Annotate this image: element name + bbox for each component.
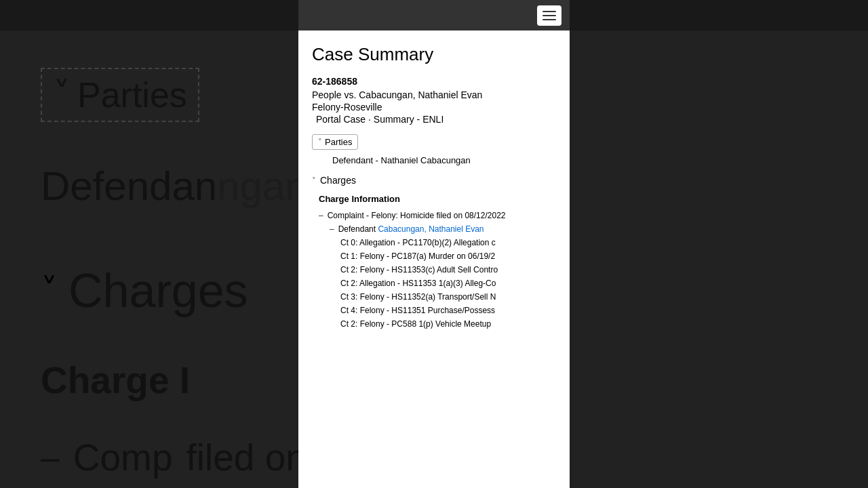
parties-section-header: ˅ Parties [312, 134, 556, 150]
charge-info-title: Charge Information [319, 194, 556, 204]
charge-item-6: Ct 3: Felony - HS11352(a) Transport/Sell… [340, 292, 556, 302]
case-summary-title: Case Summary [312, 44, 556, 65]
portal-line: Portal Case · Summary - ENLI [312, 114, 556, 125]
charge-info-section: Charge Information – Complaint - Felony:… [319, 194, 556, 329]
dash-1: – [330, 224, 334, 234]
charge-text-1: Defendant Cabacungan, Nathaniel Evan [338, 224, 484, 234]
overlay: Case Summary 62-186858 People vs. Cabacu… [0, 0, 868, 488]
case-type: Felony-Roseville [312, 102, 556, 113]
menu-button[interactable] [537, 5, 561, 26]
modal-header-bar [298, 0, 570, 30]
dash-0: – [319, 211, 323, 220]
charges-label: Charges [320, 175, 356, 186]
charges-chevron-icon: ˅ [312, 176, 316, 185]
charge-item-3: Ct 1: Felony - PC187(a) Murder on 06/19/… [340, 251, 556, 261]
charge-text-6: Ct 3: Felony - HS11352(a) Transport/Sell… [340, 292, 496, 302]
charge-text-5: Ct 2: Allegation - HS11353 1(a)(3) Alleg… [340, 279, 496, 288]
charge-item-8: Ct 2: Felony - PC588 1(p) Vehicle Meetup [340, 319, 556, 329]
charge-item-5: Ct 2: Allegation - HS11353 1(a)(3) Alleg… [340, 279, 556, 288]
parties-label: Parties [325, 137, 352, 147]
defendant-link[interactable]: Cabacungan, Nathaniel Evan [378, 224, 484, 234]
menu-bar-2 [542, 15, 556, 16]
charge-item-0: – Complaint - Felony: Homicide filed on … [319, 211, 556, 220]
defendant-row: Defendant - Nathaniel Cabacungan [332, 155, 556, 165]
charge-text-3: Ct 1: Felony - PC187(a) Murder on 06/19/… [340, 251, 495, 261]
menu-bar-3 [542, 19, 556, 20]
menu-bar-1 [542, 11, 556, 12]
charge-item-1: – Defendant Cabacungan, Nathaniel Evan [330, 224, 556, 234]
parties-badge[interactable]: ˅ Parties [312, 134, 358, 150]
case-name: People vs. Cabacungan, Nathaniel Evan [312, 89, 556, 100]
charges-header[interactable]: ˅ Charges [312, 175, 556, 186]
charge-text-7: Ct 4: Felony - HS11351 Purchase/Possess [340, 306, 495, 315]
charge-item-2: Ct 0: Allegation - PC1170(b)(2) Allegati… [340, 238, 556, 247]
modal-body: Case Summary 62-186858 People vs. Cabacu… [298, 30, 570, 346]
charge-item-7: Ct 4: Felony - HS11351 Purchase/Possess [340, 306, 556, 315]
modal: Case Summary 62-186858 People vs. Cabacu… [298, 0, 570, 488]
charge-item-4: Ct 2: Felony - HS11353(c) Adult Sell Con… [340, 265, 556, 274]
charge-text-0: Complaint - Felony: Homicide filed on 08… [328, 211, 506, 220]
case-number: 62-186858 [312, 76, 556, 87]
parties-chevron-icon: ˅ [318, 138, 322, 146]
charge-text-8: Ct 2: Felony - PC588 1(p) Vehicle Meetup [340, 319, 491, 329]
charge-text-2: Ct 0: Allegation - PC1170(b)(2) Allegati… [340, 238, 496, 247]
charge-text-4: Ct 2: Felony - HS11353(c) Adult Sell Con… [340, 265, 498, 274]
